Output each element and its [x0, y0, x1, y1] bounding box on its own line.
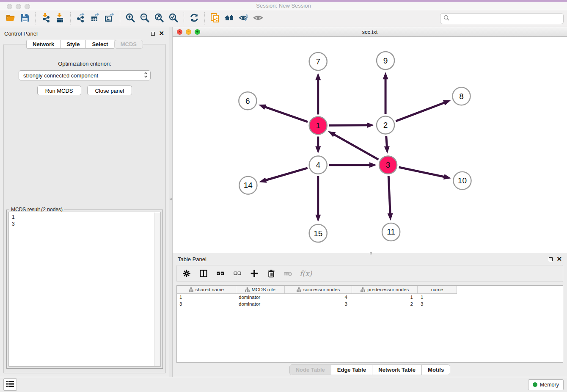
- function-builder-icon[interactable]: f(x): [300, 269, 312, 278]
- column-header-mcds-role[interactable]: MCDS role: [236, 286, 285, 293]
- table-row[interactable]: 1 dominator 4 1 1: [177, 294, 563, 301]
- close-panel-icon[interactable]: ✕: [159, 31, 164, 36]
- horizontal-splitter-grip[interactable]: [370, 252, 372, 254]
- tab-style[interactable]: Style: [60, 40, 85, 49]
- table-row[interactable]: 3 dominator 3 2 3: [177, 301, 563, 307]
- column-header-name[interactable]: name: [418, 286, 457, 293]
- column-header-shared-name[interactable]: shared name: [177, 286, 236, 293]
- table-tabs-bar: Node Table Edge Table Network Table Moti…: [173, 363, 567, 377]
- network-graph[interactable]: 7968124314101511: [173, 37, 567, 253]
- node-label: 1: [316, 121, 320, 130]
- criterion-value: strongly connected component: [23, 72, 144, 79]
- table-panel-header: Table Panel ✕: [173, 253, 567, 264]
- open-file-button[interactable]: [3, 12, 18, 25]
- import-table-icon: [55, 13, 65, 24]
- column-header-successor-nodes[interactable]: successor nodes: [285, 286, 352, 293]
- memory-button[interactable]: Memory: [528, 379, 564, 390]
- edge-1-6[interactable]: [264, 107, 308, 122]
- edge-2-3[interactable]: [386, 136, 387, 147]
- panel-splitter[interactable]: [169, 27, 172, 377]
- tab-select[interactable]: Select: [85, 40, 114, 49]
- node-table[interactable]: shared name MCDS role successor nodes pr…: [176, 285, 563, 363]
- network-window-title: scc.txt: [173, 29, 567, 35]
- tab-mcds[interactable]: MCDS: [114, 40, 143, 49]
- memory-status-dot: [533, 382, 537, 387]
- delete-table-icon[interactable]: [283, 268, 294, 279]
- select-stepper-icon: [144, 72, 148, 80]
- settings-gear-icon[interactable]: [181, 268, 192, 279]
- control-panel-header: Control Panel ✕: [0, 27, 169, 39]
- eye-slash-icon: [239, 13, 249, 24]
- edge-3-11[interactable]: [388, 176, 390, 214]
- criterion-select[interactable]: strongly connected component: [19, 70, 151, 80]
- import-network-button[interactable]: [39, 12, 53, 25]
- edge-arrowhead: [328, 131, 336, 137]
- export-table-button[interactable]: [88, 12, 102, 25]
- table-toolbar: f(x): [176, 265, 563, 282]
- network-canvas[interactable]: 7968124314101511: [173, 37, 567, 253]
- zoom-fit-button[interactable]: [152, 12, 166, 25]
- zoom-in-icon: [125, 13, 135, 24]
- edge-arrowhead: [383, 72, 388, 79]
- edge-2-8[interactable]: [396, 102, 445, 121]
- edge-arrowhead: [443, 174, 451, 179]
- tab-edge-table[interactable]: Edge Table: [331, 365, 372, 375]
- zoom-out-button[interactable]: [138, 12, 152, 25]
- edge-3-10[interactable]: [399, 167, 445, 177]
- clone-network-button[interactable]: [208, 12, 222, 25]
- cell-successor-nodes: 3: [285, 301, 352, 306]
- export-image-button[interactable]: [102, 12, 117, 25]
- select-all-icon[interactable]: [215, 268, 226, 279]
- show-all-button[interactable]: [251, 12, 265, 25]
- edge-1-2[interactable]: [329, 125, 368, 126]
- close-table-panel-icon[interactable]: ✕: [556, 257, 562, 261]
- cell-successor-nodes: 4: [285, 295, 352, 300]
- first-neighbors-button[interactable]: [222, 12, 237, 25]
- optimization-criterion-label: Optimization criterion:: [4, 61, 165, 67]
- export-table-icon: [90, 13, 100, 24]
- export-image-icon: [105, 13, 115, 24]
- task-history-button[interactable]: [3, 378, 17, 391]
- node-label: 2: [383, 121, 388, 130]
- node-label: 3: [386, 160, 391, 169]
- zoom-selected-button[interactable]: [166, 12, 181, 25]
- splitter-grip[interactable]: [170, 198, 172, 200]
- mcds-result-group: MCDS result (2 nodes) 1 3: [6, 210, 163, 369]
- float-panel-icon[interactable]: [151, 32, 155, 36]
- delete-row-icon[interactable]: [266, 268, 277, 279]
- zoom-in-button[interactable]: [123, 12, 138, 25]
- tab-network-table[interactable]: Network Table: [372, 365, 422, 375]
- edge-arrowhead: [315, 215, 321, 222]
- show-column-icon[interactable]: [198, 268, 209, 279]
- mcds-result-text[interactable]: 1 3: [8, 212, 161, 367]
- result-scrollbar[interactable]: [154, 213, 160, 366]
- tab-network[interactable]: Network: [26, 40, 60, 49]
- edge-arrowhead: [384, 146, 390, 153]
- toolbar-separator: [120, 12, 120, 25]
- cell-predecessor-nodes: 2: [352, 301, 418, 306]
- zoom-selected-icon: [168, 13, 179, 24]
- search-input[interactable]: [451, 15, 560, 22]
- float-table-panel-icon[interactable]: [549, 257, 553, 261]
- memory-label: Memory: [540, 382, 559, 388]
- cell-predecessor-nodes: 1: [352, 295, 418, 300]
- tab-node-table[interactable]: Node Table: [290, 365, 331, 375]
- edge-arrowhead: [367, 122, 374, 128]
- cell-name: 1: [418, 295, 457, 300]
- run-mcds-button[interactable]: Run MCDS: [37, 86, 81, 95]
- export-network-button[interactable]: [74, 12, 88, 25]
- add-column-icon[interactable]: [249, 268, 260, 279]
- column-header-predecessor-nodes[interactable]: predecessor nodes: [352, 286, 418, 293]
- edge-4-14[interactable]: [265, 168, 308, 180]
- tab-motifs[interactable]: Motifs: [422, 365, 450, 375]
- apply-layout-button[interactable]: [187, 12, 201, 25]
- import-table-button[interactable]: [53, 12, 67, 25]
- edge-arrowhead: [388, 213, 393, 221]
- network-window-titlebar: scc.txt × − +: [173, 27, 567, 37]
- houses-icon: [224, 13, 234, 24]
- hide-selected-button[interactable]: [237, 12, 251, 25]
- close-panel-button[interactable]: Close panel: [87, 86, 132, 95]
- edge-3-1[interactable]: [333, 134, 378, 160]
- deselect-all-icon[interactable]: [232, 268, 243, 279]
- save-session-button[interactable]: [18, 12, 32, 25]
